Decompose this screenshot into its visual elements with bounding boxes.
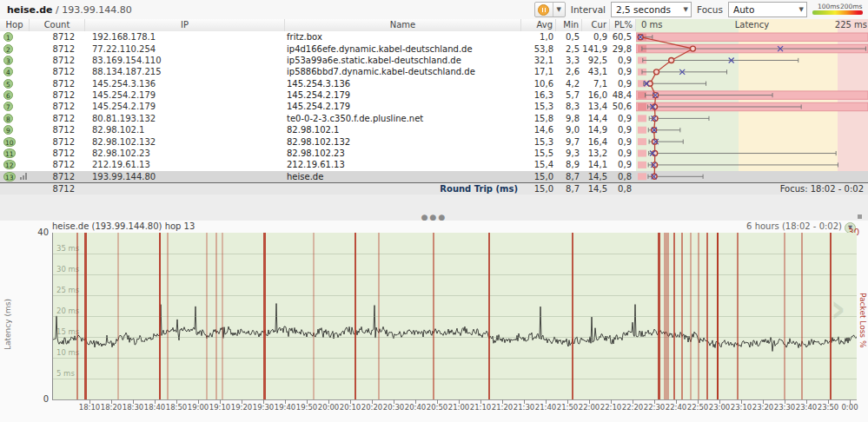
hop-cell: 11 (0, 148, 30, 159)
min-cell: 0,5 (556, 32, 582, 42)
count-cell: 8712 (30, 56, 85, 65)
packet-loss-event (354, 233, 356, 399)
min-cell: 8,9 (556, 160, 582, 169)
packet-loss-event (84, 233, 87, 399)
hop-row-10[interactable]: 10871282.98.102.13282.98.102.13215,39,71… (0, 135, 868, 147)
count-cell: 8712 (30, 102, 85, 111)
hop-number-badge: 12 (3, 160, 16, 169)
cur-cell: 16,0 (582, 90, 610, 100)
avg-cell: 14,6 (521, 125, 556, 135)
hop-row-1[interactable]: 18712192.168.178.1fritz.box1,00,50,960,5 (0, 31, 868, 43)
cur-cell: 14,4 (582, 114, 610, 123)
cur-cell: 13,4 (582, 102, 610, 111)
name-cell: 145.254.2.179 (285, 102, 521, 111)
footer-count: 8712 (30, 184, 85, 194)
hop-cell: 13 (0, 171, 30, 182)
hop-number-badge: 3 (3, 56, 13, 65)
pause-button-group: ▼ (534, 2, 566, 17)
pause-dropdown-button[interactable]: ▼ (553, 3, 565, 16)
hop-row-8[interactable]: 8871280.81.193.132te0-0-2-3.c350.f.de.pl… (0, 113, 868, 124)
packet-loss-event (830, 233, 832, 399)
avg-cell: 10,6 (521, 79, 556, 89)
hop-cell: 7 (0, 101, 30, 112)
timeline-panel: heise.de (193.99.144.80) hop 13 6 hours … (0, 221, 868, 422)
hop-table-body: 18712192.168.178.1fritz.box1,00,50,960,5… (0, 31, 868, 182)
hop-row-7[interactable]: 78712145.254.2.179145.254.2.17915,38,313… (0, 101, 868, 112)
packet-loss-event (664, 233, 669, 399)
latency-axis-title: Latency (636, 19, 868, 31)
plot-gridline-label: 5 ms (56, 369, 75, 378)
hop-row-6[interactable]: 68712145.254.2.179145.254.2.17916,35,716… (0, 89, 868, 101)
round-trip-row: 8712 Round Trip (ms) 15,0 8,7 14,5 0,8 F… (0, 182, 868, 195)
name-cell: 82.98.102.1 (285, 125, 521, 135)
pl-cell: 0,9 (610, 67, 636, 76)
time-range-selector[interactable]: 6 hours (18:02 - 0:02) (746, 221, 842, 231)
y-axis-max-label: 40 (26, 227, 49, 237)
hop-row-5[interactable]: 58712145.254.3.136145.254.3.13610,64,27,… (0, 78, 868, 89)
cur-cell: 16,4 (582, 137, 610, 147)
cur-cell: 14,1 (582, 160, 610, 169)
pause-button[interactable] (535, 3, 553, 16)
pl-cell: 0,9 (610, 114, 636, 123)
latency-axis-max: 225 ms (835, 19, 867, 31)
hop-row-3[interactable]: 3871283.169.154.110ip53a99a6e.static.kab… (0, 55, 868, 66)
interval-select[interactable]: 2,5 seconds ▼ (611, 2, 692, 17)
hop-number-badge: 1 (3, 32, 13, 42)
scroll-right-chevron[interactable]: › (830, 285, 846, 332)
pl-cell: 0,8 (610, 172, 636, 181)
ip-cell: 145.254.3.136 (85, 79, 285, 89)
y-axis-min-label: 0 (26, 394, 49, 404)
hop-cell: 12 (0, 159, 30, 170)
count-cell: 8712 (30, 148, 85, 158)
ip-cell: 88.134.187.215 (85, 67, 285, 76)
name-cell: ip53a99a6e.static.kabel-deutschland.de (285, 56, 521, 65)
footer-cur: 14,5 (582, 184, 610, 194)
cur-cell: 13,2 (582, 148, 610, 158)
splitter-handle[interactable]: ●●● (421, 214, 447, 220)
hop-row-2[interactable]: 2871277.22.110.254ip4d166efe.dynamic.kab… (0, 43, 868, 54)
name-cell: 212.19.61.13 (285, 160, 521, 169)
packet-loss-event (737, 233, 739, 399)
avg-cell: 1,0 (521, 32, 556, 42)
packet-loss-event (206, 233, 208, 399)
ip-cell: 82.98.102.132 (85, 137, 285, 147)
min-cell: 2,6 (556, 67, 582, 76)
pl-cell: 29,8 (610, 44, 636, 54)
min-cell: 4,2 (556, 79, 582, 89)
pl-cell: 48,4 (610, 90, 636, 100)
header-name: Name (285, 19, 521, 31)
packet-loss-event (673, 233, 675, 399)
hop-number-badge: 8 (3, 114, 13, 123)
count-cell: 8712 (30, 32, 85, 42)
hop-graph-icon (20, 173, 27, 180)
footer-pl: 0,8 (610, 184, 636, 194)
interval-value: 2,5 seconds (616, 4, 671, 15)
min-cell: 2,5 (556, 44, 582, 54)
panel-corner-icon[interactable] (858, 214, 862, 219)
ip-cell: 82.98.102.1 (85, 125, 285, 135)
hop-row-12[interactable]: 128712212.19.61.13212.19.61.1315,48,914,… (0, 159, 868, 170)
hop-row-4[interactable]: 4871288.134.187.215ip5886bbd7.dynamic.ka… (0, 66, 868, 77)
packet-loss-event (801, 233, 803, 399)
name-cell: heise.de (285, 172, 521, 181)
avg-cell: 16,3 (521, 90, 556, 100)
min-cell: 9,7 (556, 137, 582, 147)
hop-row-13[interactable]: 138712193.99.144.80heise.de15,08,714,50,… (0, 171, 868, 182)
timeline-plot-area[interactable]: › 35 ms30 ms25 ms20 ms15 ms10 ms5 ms (52, 233, 857, 400)
header-count: Count (30, 19, 85, 31)
header-hop: Hop (0, 19, 30, 31)
pl-cell: 0,9 (610, 137, 636, 147)
hop-row-11[interactable]: 11871282.98.102.2382.98.102.2315,59,313,… (0, 148, 868, 159)
footer-min: 8,7 (556, 184, 582, 194)
packet-loss-event (222, 233, 223, 399)
focus-select[interactable]: Auto ▼ (728, 2, 807, 17)
hop-row-9[interactable]: 9871282.98.102.182.98.102.114,69,014,90,… (0, 124, 868, 135)
avg-cell: 15,4 (521, 160, 556, 169)
min-cell: 9,0 (556, 125, 582, 135)
ip-cell: 193.99.144.80 (85, 172, 285, 181)
chevron-down-icon: ▼ (799, 6, 804, 13)
name-cell: fritz.box (285, 32, 521, 42)
header-cur: Cur (582, 19, 610, 31)
packet-loss-event (215, 233, 217, 399)
latency-scale-legend: 100ms 200ms (812, 3, 863, 16)
